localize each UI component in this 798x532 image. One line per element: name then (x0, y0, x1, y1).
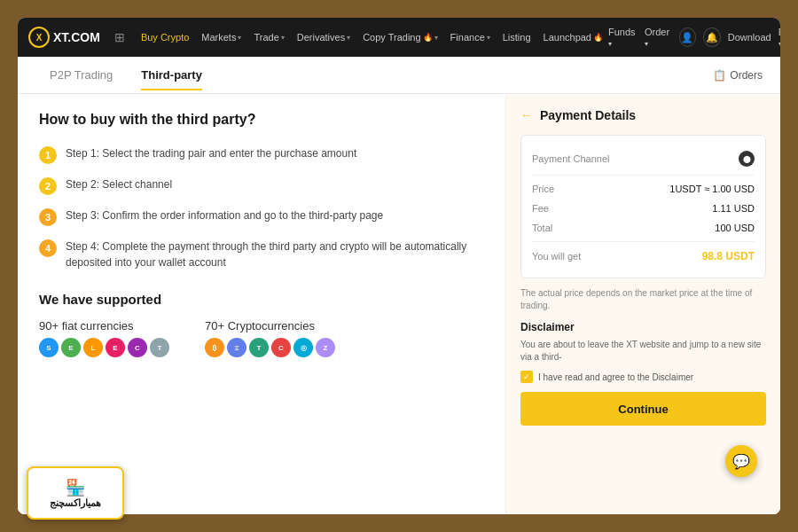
fiat-icons: S E L E C T (39, 338, 169, 357)
nav-right: Funds ▾ Order ▾ 👤 🔔 Download English/USD… (608, 27, 780, 48)
left-panel: How to buy with the third party? 1 Step … (18, 94, 505, 514)
nav-derivatives[interactable]: Derivatives ▾ (292, 28, 356, 46)
price-value: 1USDT ≈ 1.00 USD (669, 184, 755, 194)
curr-l: L (83, 338, 103, 357)
step-3-text: Step 3: Confirm the order information an… (66, 207, 383, 223)
payment-row-channel: Payment Channel ⬤ (532, 146, 755, 171)
grid-icon[interactable]: ⊞ (114, 30, 125, 44)
payment-row-price: Price 1USDT ≈ 1.00 USD (532, 179, 755, 199)
continue-button[interactable]: Continue (520, 392, 766, 426)
payment-title: Payment Details (540, 108, 636, 122)
tab-p2p[interactable]: P2P Trading (35, 59, 127, 90)
step-2-num: 2 (39, 177, 57, 195)
nav-trade[interactable]: Trade ▾ (248, 28, 289, 46)
crypto-c: C (271, 338, 291, 357)
logo-text: XT.COM (53, 30, 100, 44)
step-4-num: 4 (39, 239, 57, 257)
badge-icon: 🏪 (66, 478, 85, 497)
how-to-title: How to buy with the third party? (39, 112, 484, 128)
supported-grid: 90+ fiat currencies S E L E C T 70+ Cryp… (39, 319, 484, 357)
nav-buy-crypto[interactable]: Buy Crypto (136, 28, 194, 46)
channel-label: Payment Channel (532, 153, 609, 164)
steps-list: 1 Step 1: Select the trading pair and en… (39, 145, 484, 270)
step-2: 2 Step 2: Select channel (39, 176, 484, 195)
payment-row-get: You will get 98.8 USDT (532, 246, 755, 267)
nav-listing[interactable]: Listing (497, 28, 536, 46)
order-link[interactable]: Order ▾ (645, 27, 672, 48)
chat-icon: 💬 (732, 453, 750, 470)
crypto-b: ₿ (205, 338, 224, 357)
divider-1 (532, 175, 755, 176)
crypto-t: T (249, 338, 269, 357)
fee-value: 1.11 USD (712, 203, 755, 214)
tabs-bar: P2P Trading Third-party 📋 Orders (18, 57, 780, 94)
get-value: 98.8 USDT (702, 250, 755, 262)
fiat-count: 90+ fiat currencies (39, 319, 169, 332)
divider-2 (532, 241, 755, 242)
price-note: The actual price depends on the market p… (520, 287, 766, 312)
orders-icon: 📋 (713, 69, 726, 82)
curr-c: C (128, 338, 147, 357)
curr-e2: E (106, 338, 125, 357)
curr-s: S (39, 338, 59, 357)
step-2-text: Step 2: Select channel (66, 176, 172, 192)
curr-t: T (150, 338, 169, 357)
step-4-text: Step 4: Complete the payment through the… (66, 239, 484, 270)
get-label: You will get (532, 251, 581, 262)
crypto-o: ◎ (293, 338, 313, 357)
crypto-icons: ₿ Ξ T C ◎ Z (205, 338, 335, 357)
crypto-item: 70+ Cryptocurrencies ₿ Ξ T C ◎ Z (205, 319, 335, 357)
download-link[interactable]: Download (728, 32, 771, 43)
disclaimer-section: Disclaimer You are about to leave the XT… (520, 321, 766, 426)
bell-icon[interactable]: 🔔 (703, 27, 721, 47)
payment-header: ← Payment Details (520, 108, 766, 122)
step-1: 1 Step 1: Select the trading pair and en… (39, 145, 484, 164)
supported-title: We have supported (39, 292, 484, 307)
orders-button[interactable]: 📋 Orders (713, 69, 763, 82)
nav-links: Buy Crypto Markets ▾ Trade ▾ Derivatives… (136, 28, 608, 46)
disclaimer-text: You are about to leave the XT website an… (520, 339, 766, 364)
disclaimer-check: ✓ I have read and agree to the Disclaime… (520, 371, 766, 383)
funds-link[interactable]: Funds ▾ (608, 27, 638, 48)
step-1-num: 1 (39, 146, 57, 164)
total-label: Total (532, 223, 552, 233)
badge-text: همیاراکسچنج (50, 497, 101, 509)
tab-third-party[interactable]: Third-party (127, 59, 216, 90)
payment-card: Payment Channel ⬤ Price 1USDT ≈ 1.00 USD… (520, 135, 766, 278)
main-content: How to buy with the third party? 1 Step … (18, 94, 780, 514)
nav-copy-trading[interactable]: Copy Trading 🔥▾ (357, 28, 442, 46)
language-selector[interactable]: English/USD ▾ (778, 27, 780, 48)
logo[interactable]: X XT.COM (28, 27, 100, 48)
nav-launchpad[interactable]: Launchpad 🔥 (538, 28, 608, 46)
crypto-z: Z (316, 338, 335, 357)
curr-e: E (61, 338, 81, 357)
agree-label: I have read and agree to the Disclaimer (538, 372, 693, 382)
total-value: 100 USD (715, 223, 755, 233)
crypto-e: Ξ (227, 338, 246, 357)
chat-bubble[interactable]: 💬 (725, 445, 757, 477)
persian-badge: 🏪 همیاراکسچنج (27, 466, 124, 520)
crypto-count: 70+ Cryptocurrencies (205, 319, 335, 332)
fee-label: Fee (532, 203, 549, 214)
back-arrow[interactable]: ← (520, 108, 533, 122)
user-icon[interactable]: 👤 (679, 27, 697, 47)
disclaimer-title: Disclaimer (520, 321, 766, 333)
agree-checkbox[interactable]: ✓ (520, 371, 533, 383)
payment-row-total: Total 100 USD (532, 218, 755, 238)
logo-circle-text: X (36, 33, 43, 43)
step-4: 4 Step 4: Complete the payment through t… (39, 239, 484, 270)
nav-markets[interactable]: Markets ▾ (196, 28, 246, 46)
channel-icon: ⬤ (739, 151, 755, 167)
fiat-item: 90+ fiat currencies S E L E C T (39, 319, 169, 357)
price-label: Price (532, 184, 554, 194)
step-3: 3 Step 3: Confirm the order information … (39, 207, 484, 226)
payment-row-fee: Fee 1.11 USD (532, 199, 755, 218)
step-1-text: Step 1: Select the trading pair and ente… (66, 145, 356, 161)
navbar: X XT.COM ⊞ Buy Crypto Markets ▾ Trade ▾ … (18, 18, 780, 57)
logo-circle: X (28, 27, 50, 48)
step-3-num: 3 (39, 208, 57, 226)
nav-finance[interactable]: Finance ▾ (445, 28, 496, 46)
